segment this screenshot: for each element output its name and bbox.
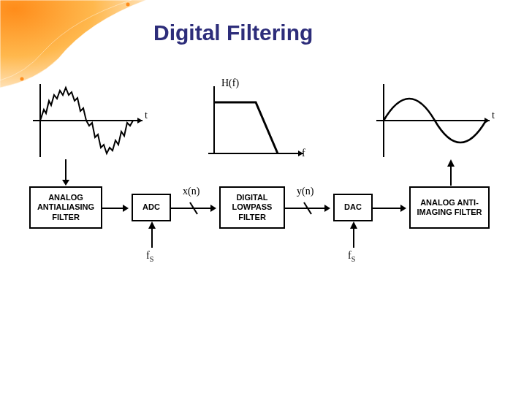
block-digital-lowpass: DIGITAL LOWPASS FILTER [219,186,285,229]
input-signal-graph: t [29,80,153,161]
block-dac: DAC [333,194,373,221]
page-title: Digital Filtering [153,20,313,45]
transfer-ylabel: H(f) [221,77,239,89]
transfer-function-graph: H(f) f [201,80,311,161]
arrow-b4-b5 [373,201,409,216]
svg-marker-20 [324,205,330,212]
corner-decoration [0,0,146,88]
arrow-b3-b4 [285,201,333,216]
svg-marker-22 [400,205,406,212]
arrow-output-up [444,159,458,189]
svg-marker-4 [137,118,142,123]
output-signal-graph: t [373,80,501,161]
block-anti-imaging: ANALOG ANTI-IMAGING FILTER [409,186,490,229]
block-adc: ADC [132,194,171,221]
arrow-input-down [58,159,73,189]
svg-marker-28 [350,221,357,229]
svg-point-1 [20,77,24,81]
arrow-b2-b3 [171,201,219,216]
transfer-xaxis-label: f [302,148,305,159]
svg-point-0 [126,3,130,7]
block-analog-antialiasing: ANALOG ANTIALIASING FILTER [29,186,102,229]
input-xaxis-label: t [145,110,148,121]
fs-label-adc: fS [146,250,153,263]
arrow-b1-b2 [102,201,132,216]
signal-xn: x(n) [183,186,200,197]
output-xaxis-label: t [492,110,495,121]
arrow-fs-adc [145,221,159,251]
svg-marker-14 [123,205,129,212]
svg-marker-24 [447,159,455,167]
svg-marker-12 [62,180,69,186]
svg-marker-17 [210,205,216,212]
arrow-fs-dac [346,221,361,251]
svg-marker-26 [148,221,156,229]
signal-yn: y(n) [297,186,314,197]
fs-label-dac: fS [348,250,355,263]
diagram: t H(f) f t ANALOG ANTIALIASING FILTER AD… [29,80,503,314]
